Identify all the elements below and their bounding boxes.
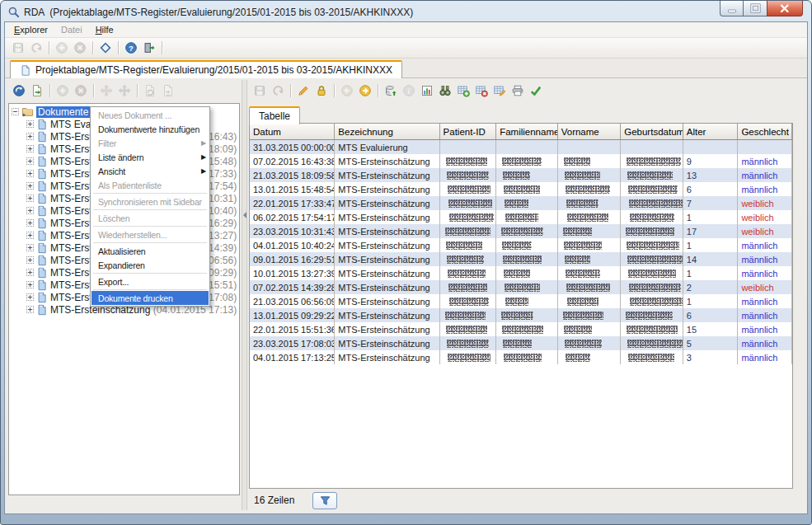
context-menu-item-export[interactable]: Export... [92,274,209,288]
expand-expander-icon[interactable]: + [26,293,34,301]
anonymized-data [505,284,540,292]
toolbar-separator [378,84,378,97]
edit-button[interactable] [294,82,312,99]
table-add-row-button[interactable] [454,82,472,99]
open-document-button[interactable] [28,82,46,99]
table-cell [496,252,558,266]
expand-expander-icon[interactable]: + [26,306,34,313]
table-row[interactable]: 21.03.2015 18:09:58MTS-Ersteinschätzung1… [250,168,792,182]
menu-separator [93,289,207,290]
column-header-vorname[interactable]: Vorname [558,124,622,139]
table-row[interactable]: 13.01.2015 09:29:22MTS-Ersteinschätzung6… [250,308,792,322]
table-row[interactable]: 10.01.2015 13:27:39MTS-Ersteinschätzung1… [250,266,792,280]
maximize-button[interactable] [744,1,767,16]
column-header-datum[interactable]: Datum [250,124,335,139]
expand-expander-icon[interactable]: + [26,219,34,227]
table-row[interactable]: 07.02.2015 14:39:28MTS-Ersteinschätzung2… [250,280,792,294]
document-icon [36,131,48,143]
table-cell: MTS-Ersteinschätzung [335,182,439,196]
expand-expander-icon[interactable]: + [26,133,34,140]
splitter-collapse-icon[interactable] [243,212,246,218]
reload-document-button [159,82,177,99]
lock-button[interactable] [312,82,331,99]
print-button[interactable] [509,82,527,99]
table-row[interactable]: 22.01.2015 15:51:36MTS-Ersteinschätzung1… [250,322,792,336]
panel-splitter[interactable] [242,80,247,510]
table-row[interactable]: 23.03.2015 17:08:03MTS-Ersteinschätzung5… [250,336,792,350]
expand-expander-icon[interactable]: + [26,281,34,288]
table-delete-row-button[interactable] [472,82,490,99]
expand-expander-icon[interactable]: + [26,182,34,190]
window-title: RDA (Projektablage/MTS-Register/Evaluier… [24,7,413,18]
close-button[interactable] [767,1,803,16]
help-button[interactable]: ? [122,40,140,56]
database-upload-button[interactable] [382,82,400,99]
sync-icon [12,84,26,97]
title-bar[interactable]: RDA (Projektablage/MTS-Register/Evaluier… [7,3,655,21]
table-cell [440,350,497,364]
column-header-alter[interactable]: Alter [683,124,739,139]
table-row[interactable]: 23.03.2015 10:31:43MTS-Ersteinschätzung1… [250,224,792,238]
expand-expander-icon[interactable]: + [26,232,34,239]
tab-projektablage[interactable]: Projektablage/MTS-Register/Evaluierung/2… [10,60,402,78]
table-row[interactable]: 21.03.2015 06:56:09MTS-Ersteinschätzung1… [250,294,792,308]
table-tab-row: Tabelle [249,101,300,124]
table-row[interactable]: 31.03.2015 00:00:00MTS Evaluierung [250,140,792,154]
context-menu-item-dokumente-drucken[interactable]: Dokumente drucken [92,291,209,305]
column-header-patient-id[interactable]: Patient-ID [440,124,497,139]
menu-item-explorer[interactable]: Explorer [7,23,54,36]
column-header-familienname[interactable]: Familienname [496,124,558,139]
tab-tabelle[interactable]: Tabelle [249,106,300,124]
apply-button[interactable] [527,82,545,99]
table-cell [621,238,683,252]
expand-expander-icon[interactable]: + [26,195,34,202]
table-row[interactable]: 06.02.2015 17:54:17MTS-Ersteinschätzung1… [250,210,792,224]
context-menu-item-dokumentwerte-hinzufügen[interactable]: Dokumentwerte hinzufügen [92,122,209,136]
context-menu-item-aktualisieren[interactable]: Aktualisieren [92,244,209,258]
sync-button[interactable] [10,82,28,99]
column-header-bezeichnung[interactable]: Bezeichnung [335,124,439,139]
table-row[interactable]: 07.02.2015 16:43:38MTS-Ersteinschätzung9… [250,154,792,168]
expand-expander-icon[interactable]: + [26,269,34,276]
anonymized-data [626,227,674,236]
filter-button[interactable] [312,492,337,509]
navigate-button[interactable] [96,40,115,56]
expand-expander-icon[interactable]: + [26,157,34,165]
collapse-expander-icon[interactable]: − [12,108,19,115]
expand-expander-icon[interactable]: + [26,207,34,214]
table-cell: MTS-Ersteinschätzung [335,294,439,308]
context-menu-item-expandieren[interactable]: Expandieren [92,258,209,272]
move-blue-icon [118,84,131,97]
context-menu-item-liste-ändern[interactable]: Liste ändern▶ [92,150,209,164]
document-icon [36,279,48,291]
expand-expander-icon[interactable]: + [26,256,34,264]
expand-expander-icon[interactable]: + [26,244,34,251]
next-button[interactable] [356,82,374,99]
minimize-button[interactable] [720,1,744,16]
table-cell [440,294,497,308]
column-header-geburtsdatum[interactable]: Geburtsdatum [621,124,683,139]
table-cell [440,182,497,196]
exit-button[interactable] [140,40,158,56]
chart-button[interactable] [418,82,436,99]
table-cell [496,182,558,196]
context-menu-item-ansicht[interactable]: Ansicht▶ [92,164,209,178]
table-row[interactable]: 13.01.2015 15:48:54MTS-Ersteinschätzung6… [250,182,792,196]
expand-expander-icon[interactable]: + [26,120,34,128]
table-row[interactable]: 04.01.2015 17:13:25MTS-Ersteinschätzung3… [250,350,792,364]
save-button [251,82,269,99]
table-row[interactable]: 04.01.2015 10:40:24MTS-Ersteinschätzung1… [250,238,792,252]
column-header-geschlecht[interactable]: Geschlecht [738,124,792,139]
menu-item-hilfe[interactable]: Hilfe [89,23,120,36]
table-row[interactable]: 22.01.2015 17:33:47MTS-Ersteinschätzung7… [250,196,792,210]
expand-expander-icon[interactable]: + [26,145,34,152]
table-edit-button[interactable] [490,82,509,99]
document-icon [36,292,48,303]
expand-expander-icon[interactable]: + [26,170,34,177]
table-row[interactable]: 09.01.2015 16:29:51MTS-Ersteinschätzung1… [250,252,792,266]
document-icon [36,205,48,217]
document-icon [36,255,48,266]
binoculars-button[interactable] [436,82,454,99]
table-cell: 13.01.2015 09:29:22 [250,308,335,322]
table-cell [621,350,683,364]
